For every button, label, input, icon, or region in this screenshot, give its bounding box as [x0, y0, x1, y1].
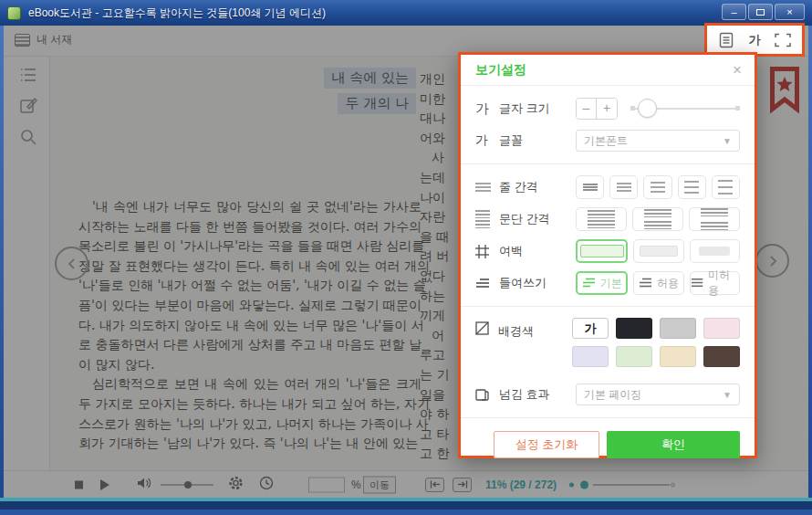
window-frame-bottom — [0, 498, 812, 515]
bg-swatch-gray[interactable] — [660, 318, 696, 339]
font-size-decrease-button[interactable]: – — [577, 99, 597, 119]
line-spacing-option-3[interactable] — [643, 175, 671, 199]
font-family-label: 글꼴 — [499, 132, 576, 149]
page-effect-icon — [475, 388, 499, 402]
indent-option-disallow[interactable]: 미허용 — [690, 271, 740, 295]
font-size-slider-thumb[interactable] — [638, 99, 657, 118]
font-size-stepper: – + — [576, 98, 618, 120]
background-color-icon — [475, 321, 498, 335]
margin-option-1[interactable] — [576, 239, 628, 263]
viewer-document-icon[interactable] — [717, 31, 735, 49]
paragraph-spacing-label: 문단 간격 — [499, 211, 576, 227]
font-family-value: 기본폰트 — [584, 133, 628, 149]
font-family-select[interactable]: 기본폰트 ▼ — [576, 130, 740, 152]
font-size-row: 가 글자 크기 – + — [475, 97, 740, 121]
window-title: eBook도서관 - 고요할수록 밝아지는 것들(100쇄 기념 에디션) — [28, 5, 326, 21]
bg-swatch-dark[interactable] — [616, 318, 652, 339]
slider-max-stop — [735, 106, 740, 110]
window-controls: – × — [722, 4, 805, 20]
panel-header: 보기설정 × — [461, 55, 755, 86]
confirm-button[interactable]: 확인 — [607, 431, 740, 458]
fullscreen-icon[interactable] — [774, 31, 792, 49]
bg-swatch-green[interactable] — [616, 346, 652, 367]
background-color-row: 배경색 가 — [475, 318, 740, 374]
font-size-label: 글자 크기 — [499, 100, 576, 117]
divider — [461, 163, 755, 164]
line-spacing-icon — [475, 183, 499, 192]
maximize-button[interactable] — [748, 4, 773, 20]
app-icon — [7, 6, 21, 20]
paragraph-spacing-row: 문단 간격 — [475, 207, 740, 231]
indent-option-allow-label: 허용 — [657, 276, 679, 291]
margin-row: 여백 — [475, 239, 740, 263]
paragraph-spacing-option-2[interactable] — [632, 207, 683, 231]
chevron-down-icon: ▼ — [723, 136, 732, 146]
page-effect-value: 기본 페이징 — [584, 387, 641, 403]
font-family-icon: 가 — [475, 132, 499, 149]
background-color-label: 배경색 — [498, 323, 572, 340]
indent-option-allow[interactable]: 허용 — [633, 271, 683, 295]
indent-icon — [475, 278, 499, 289]
paragraph-spacing-option-1[interactable] — [576, 207, 627, 231]
page-effect-select[interactable]: 기본 페이징 ▼ — [576, 384, 740, 405]
line-spacing-option-1[interactable] — [576, 175, 604, 199]
margin-icon — [475, 245, 499, 258]
line-spacing-option-5[interactable] — [712, 175, 740, 199]
divider — [461, 306, 755, 307]
bg-swatch-cream[interactable] — [660, 346, 696, 367]
close-button[interactable]: × — [775, 4, 805, 20]
margin-label: 여백 — [499, 243, 576, 259]
font-size-icon: 가 — [475, 100, 499, 118]
ebook-app-window: eBook도서관 - 고요할수록 밝아지는 것들(100쇄 기념 에디션) – … — [0, 0, 812, 515]
reset-settings-button[interactable]: 설정 초기화 — [494, 431, 599, 458]
view-settings-font-icon[interactable]: 가 — [745, 31, 764, 49]
line-spacing-row: 줄 간격 — [475, 175, 740, 199]
indent-option-disallow-label: 미허용 — [708, 268, 739, 299]
line-spacing-label: 줄 간격 — [499, 179, 576, 195]
view-settings-panel: 보기설정 × 가 글자 크기 – + — [458, 52, 757, 458]
maximize-icon — [756, 9, 765, 16]
font-family-row: 가 글꼴 기본폰트 ▼ — [475, 129, 740, 152]
chevron-down-icon: ▼ — [723, 390, 732, 400]
panel-action-buttons: 설정 초기화 확인 — [475, 429, 740, 458]
line-spacing-option-4[interactable] — [678, 175, 706, 199]
font-size-increase-button[interactable]: + — [597, 99, 617, 119]
slider-min-stop — [630, 106, 635, 110]
divider — [461, 417, 755, 418]
indent-option-default[interactable]: 기본 — [576, 271, 628, 295]
line-spacing-option-2[interactable] — [609, 175, 638, 199]
minimize-button[interactable]: – — [722, 4, 746, 20]
margin-option-2[interactable] — [633, 239, 683, 263]
bg-swatch-white[interactable]: 가 — [572, 318, 609, 339]
indent-label: 들여쓰기 — [499, 275, 576, 291]
title-bar: eBook도서관 - 고요할수록 밝아지는 것들(100쇄 기념 에디션) – … — [0, 0, 812, 26]
bg-swatch-lavender[interactable] — [572, 346, 609, 367]
bg-swatch-pink[interactable] — [703, 318, 740, 339]
paragraph-spacing-option-3[interactable] — [689, 207, 740, 231]
panel-title: 보기설정 — [475, 62, 526, 79]
indent-option-default-label: 기본 — [600, 276, 622, 291]
indent-row: 들여쓰기 기본 허용 미허용 — [475, 271, 740, 295]
bg-swatch-brown[interactable] — [703, 346, 740, 367]
page-effect-row: 넘김 효과 기본 페이징 ▼ — [475, 383, 740, 406]
paragraph-spacing-icon — [475, 210, 499, 228]
panel-close-icon[interactable]: × — [733, 62, 742, 78]
font-size-slider[interactable] — [630, 99, 740, 119]
page-effect-label: 넘김 효과 — [499, 386, 576, 403]
margin-option-3[interactable] — [690, 239, 740, 263]
